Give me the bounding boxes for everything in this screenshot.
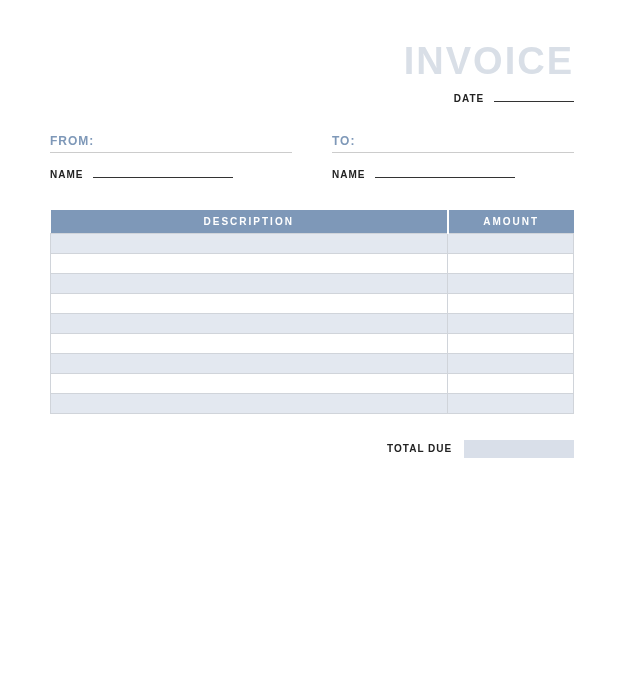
cell-amount[interactable] xyxy=(448,274,574,294)
to-label: TO: xyxy=(332,134,574,153)
cell-description[interactable] xyxy=(51,314,448,334)
from-name-label: NAME xyxy=(50,169,83,180)
table-row xyxy=(51,354,574,374)
cell-description[interactable] xyxy=(51,294,448,314)
line-items-table: DESCRIPTION AMOUNT xyxy=(50,210,574,414)
cell-amount[interactable] xyxy=(448,254,574,274)
table-row xyxy=(51,314,574,334)
to-section: TO: NAME xyxy=(332,134,574,180)
table-row xyxy=(51,274,574,294)
total-due-value[interactable] xyxy=(464,440,574,458)
table-row xyxy=(51,394,574,414)
table-row xyxy=(51,294,574,314)
cell-amount[interactable] xyxy=(448,354,574,374)
total-row: TOTAL DUE xyxy=(50,440,574,458)
date-label: DATE xyxy=(454,93,484,104)
to-name-label: NAME xyxy=(332,169,365,180)
table-row xyxy=(51,374,574,394)
invoice-title: INVOICE xyxy=(50,40,574,83)
cell-amount[interactable] xyxy=(448,314,574,334)
cell-description[interactable] xyxy=(51,394,448,414)
from-name-input-line[interactable] xyxy=(93,177,233,178)
total-due-label: TOTAL DUE xyxy=(387,443,452,454)
cell-amount[interactable] xyxy=(448,234,574,254)
cell-amount[interactable] xyxy=(448,374,574,394)
to-name-input-line[interactable] xyxy=(375,177,515,178)
cell-description[interactable] xyxy=(51,334,448,354)
from-label: FROM: xyxy=(50,134,292,153)
cell-amount[interactable] xyxy=(448,394,574,414)
cell-amount[interactable] xyxy=(448,294,574,314)
from-section: FROM: NAME xyxy=(50,134,292,180)
date-row: DATE xyxy=(50,93,574,104)
cell-description[interactable] xyxy=(51,374,448,394)
cell-description[interactable] xyxy=(51,254,448,274)
header-amount: AMOUNT xyxy=(448,210,574,234)
header-description: DESCRIPTION xyxy=(51,210,448,234)
cell-description[interactable] xyxy=(51,234,448,254)
table-row xyxy=(51,234,574,254)
cell-description[interactable] xyxy=(51,354,448,374)
cell-description[interactable] xyxy=(51,274,448,294)
cell-amount[interactable] xyxy=(448,334,574,354)
table-row xyxy=(51,334,574,354)
date-input-line[interactable] xyxy=(494,101,574,102)
table-row xyxy=(51,254,574,274)
